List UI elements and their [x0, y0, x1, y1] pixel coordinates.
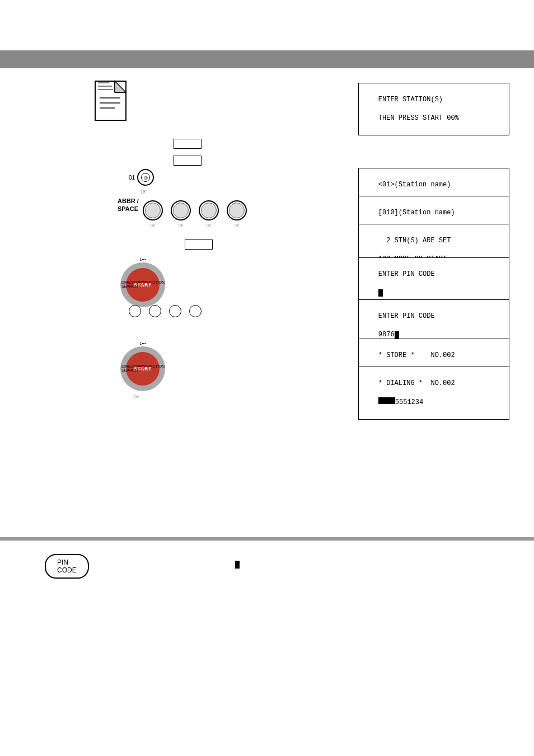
sm-circle-2: [149, 305, 161, 317]
finger-ptr-3: ☞: [199, 221, 219, 231]
abbr-space-label: ABBR / SPACE: [118, 197, 139, 213]
finger-ptr-1: ☞: [143, 221, 163, 231]
cursor-1: [378, 289, 383, 297]
btn-circle-2[interactable]: ☞: [171, 200, 191, 231]
dial-01-container: 01 ◎ ☞: [129, 169, 154, 198]
finger-pointer-1: ☞: [141, 186, 154, 198]
directory-search-label: DIRECTORYSEARCH: [121, 280, 144, 288]
header-bar: [0, 50, 534, 68]
input-rect-2[interactable]: [174, 156, 202, 166]
cursor-2: [395, 331, 399, 339]
svg-rect-0: [95, 81, 126, 120]
directory-search-label-2: DIRECTORYSEARCH: [121, 364, 144, 372]
function-label-2: FUNCTION: [144, 364, 165, 372]
btn-circle-4[interactable]: ☞: [227, 200, 247, 231]
btn-circle-3[interactable]: ☞: [199, 200, 219, 231]
finger-ptr-2: ☞: [171, 221, 191, 231]
sm-circle-4: [189, 305, 202, 317]
sm-circle-3: [169, 305, 181, 317]
finger-ptr-start-2: ☞: [134, 392, 165, 402]
start-button-2[interactable]: 1••• DIRECTORYSEARCH FUNCTION START ☞: [120, 341, 165, 402]
footer-bar: [0, 537, 534, 541]
bottom-cursor: [235, 561, 240, 569]
page: ENTER STATION(S) THEN PRESS START 00% 01…: [0, 0, 534, 756]
button-circles-row: ☞ ☞ ☞ ☞: [143, 200, 247, 231]
input-rect-1[interactable]: [174, 139, 202, 149]
input-rect-3[interactable]: [185, 240, 213, 250]
finger-ptr-4: ☞: [227, 221, 247, 231]
dial-01-circle[interactable]: ◎: [137, 169, 154, 186]
document-icon: [90, 78, 134, 129]
display-dialing: * DIALING * NO.002 5551234: [358, 367, 509, 420]
small-circles-row: [129, 305, 202, 317]
pin-code-button[interactable]: PIN CODE: [45, 554, 89, 579]
display-enter-station: ENTER STATION(S) THEN PRESS START 00%: [358, 83, 509, 135]
btn-circle-1[interactable]: ☞: [143, 200, 163, 231]
function-label: FUNCTION: [144, 280, 165, 288]
sm-circle-1: [129, 305, 141, 317]
